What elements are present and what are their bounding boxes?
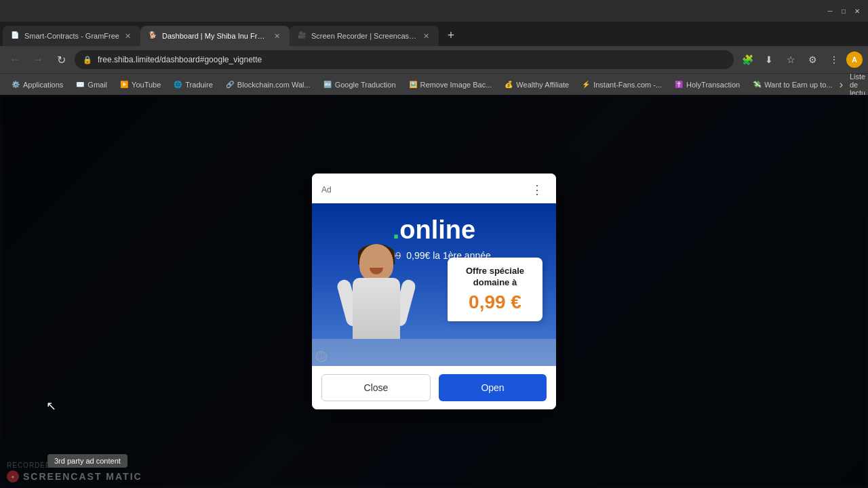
remove-bg-favicon: 🖼️ bbox=[408, 80, 418, 89]
ad-header: Ad ⋮ bbox=[312, 174, 556, 203]
bookmark-gmail[interactable]: ✉️ Gmail bbox=[70, 78, 113, 92]
tab1-favicon: 📄 bbox=[11, 31, 20, 41]
lock-icon: 🔒 bbox=[83, 56, 92, 64]
tab2-favicon: 🐕 bbox=[149, 31, 158, 41]
title-bar: ─ □ ✕ bbox=[0, 0, 868, 22]
bookmark-holy-label: HolyTransaction bbox=[686, 81, 740, 89]
wealthy-favicon: 💰 bbox=[504, 80, 513, 89]
bookmark-blockchain-label: Blockchain.com Wal... bbox=[237, 81, 311, 89]
bookmark-google-trad[interactable]: 🔤 Google Traduction bbox=[317, 78, 401, 92]
address-bar-row: ← → ↻ 🔒 free.shiba.limited/dashboard#goo… bbox=[0, 46, 868, 73]
applications-favicon: ⚙️ bbox=[11, 80, 20, 89]
bookmark-remove-bg-label: Remove Image Bac... bbox=[420, 81, 492, 89]
content-area: Ad ⋮ .online 28,99 0,99€ la 1ère année bbox=[0, 95, 868, 488]
tabs-bar: 📄 Smart-Contracts - GramFree ✕ 🐕 Dashboa… bbox=[0, 22, 868, 46]
bookmark-holy-transaction[interactable]: ✝️ HolyTransaction bbox=[669, 78, 745, 92]
bookmark-wealthy-affiliate[interactable]: 💰 Wealthy Affiliate bbox=[498, 78, 574, 92]
window-controls: ─ □ ✕ bbox=[825, 5, 863, 16]
tab-screencast[interactable]: 🎥 Screen Recorder | Screencast-O-... ✕ bbox=[290, 26, 439, 46]
google-trad-favicon: 🔤 bbox=[323, 80, 332, 89]
blockchain-favicon: 🔗 bbox=[225, 80, 235, 89]
download-icon[interactable]: ⬇ bbox=[760, 50, 778, 69]
bookmark-remove-bg[interactable]: 🖼️ Remove Image Bac... bbox=[403, 78, 498, 92]
bookmark-traduire-label: Traduire bbox=[185, 81, 213, 89]
tab1-title: Smart-Contracts - GramFree bbox=[24, 32, 119, 40]
favorites-icon[interactable]: ☆ bbox=[781, 50, 800, 69]
browser-frame: ─ □ ✕ 📄 Smart-Contracts - GramFree ✕ 🐕 D… bbox=[0, 0, 868, 488]
bookmark-youtube[interactable]: ▶️ YouTube bbox=[114, 78, 166, 92]
new-tab-button[interactable]: + bbox=[441, 26, 460, 45]
settings-icon[interactable]: ⚙ bbox=[803, 50, 822, 69]
ad-label: Ad bbox=[321, 185, 332, 195]
back-button[interactable]: ← bbox=[5, 50, 24, 69]
tab3-close[interactable]: ✕ bbox=[422, 30, 431, 42]
extensions-icon[interactable]: 🧩 bbox=[738, 50, 757, 69]
ad-menu-button[interactable]: ⋮ bbox=[528, 180, 547, 199]
person-head bbox=[359, 244, 393, 281]
bookmark-traduire[interactable]: 🌐 Traduire bbox=[167, 78, 218, 92]
bookmark-instant-fans[interactable]: ⚡ Instant-Fans.com -... bbox=[576, 78, 667, 92]
holy-favicon: ✝️ bbox=[674, 80, 684, 89]
bookmark-applications[interactable]: ⚙️ Applications bbox=[5, 78, 68, 92]
bookmark-want-earn-label: Want to Earn up to... bbox=[764, 81, 832, 89]
tab2-close[interactable]: ✕ bbox=[273, 30, 281, 42]
instant-fans-favicon: ⚡ bbox=[581, 80, 591, 89]
bookmark-wealthy-label: Wealthy Affiliate bbox=[516, 81, 569, 89]
bookmark-youtube-label: YouTube bbox=[132, 81, 161, 89]
reading-list-label: Liste de lectu... bbox=[850, 73, 868, 97]
gmail-favicon: ✉️ bbox=[75, 80, 85, 89]
youtube-favicon: ▶️ bbox=[119, 80, 129, 89]
ad-open-button[interactable]: Open bbox=[439, 374, 547, 401]
address-text: free.shiba.limited/dashboard#google_vign… bbox=[98, 55, 726, 64]
bookmark-blockchain[interactable]: 🔗 Blockchain.com Wal... bbox=[220, 78, 316, 92]
traduire-favicon: 🌐 bbox=[173, 80, 182, 89]
ad-special-offer-bubble: Offre spéciale domaine à 0,99 € bbox=[448, 258, 542, 321]
profile-avatar[interactable]: A bbox=[846, 52, 863, 68]
tab2-title: Dashboard | My Shiba Inu Free|F... bbox=[162, 32, 269, 40]
offer-title: Offre spéciale domaine à bbox=[458, 266, 532, 289]
ad-info-icon[interactable]: ⓘ bbox=[316, 351, 327, 362]
bookmark-gmail-label: Gmail bbox=[87, 81, 107, 89]
ad-dialog-buttons: Close Open bbox=[312, 366, 556, 409]
tab-dashboard[interactable]: 🐕 Dashboard | My Shiba Inu Free|F... ✕ bbox=[140, 26, 290, 46]
ad-overlay: Ad ⋮ .online 28,99 0,99€ la 1ère année bbox=[0, 95, 868, 488]
bookmarks-overflow-btn[interactable]: › bbox=[840, 77, 843, 93]
ad-dialog: Ad ⋮ .online 28,99 0,99€ la 1ère année bbox=[312, 174, 556, 409]
ad-banner: .online 28,99 0,99€ la 1ère année Offre … bbox=[312, 203, 556, 366]
ad-input-area bbox=[312, 339, 556, 366]
want-earn-favicon: 💸 bbox=[752, 80, 762, 89]
offer-price: 0,99 € bbox=[458, 291, 532, 313]
person-body bbox=[353, 278, 400, 339]
bookmarks-bar: ⚙️ Applications ✉️ Gmail ▶️ YouTube 🌐 Tr… bbox=[0, 73, 868, 95]
close-btn[interactable]: ✕ bbox=[852, 5, 863, 16]
toolbar-icons: 🧩 ⬇ ☆ ⚙ ⋮ A bbox=[738, 50, 863, 69]
minimize-btn[interactable]: ─ bbox=[825, 5, 835, 16]
address-bar[interactable]: 🔒 free.shiba.limited/dashboard#google_vi… bbox=[75, 50, 734, 69]
tab-smart-contracts[interactable]: 📄 Smart-Contracts - GramFree ✕ bbox=[3, 26, 140, 46]
more-icon[interactable]: ⋮ bbox=[825, 50, 844, 69]
ad-close-button[interactable]: Close bbox=[321, 374, 431, 401]
tab3-favicon: 🎥 bbox=[298, 31, 307, 41]
bookmark-google-trad-label: Google Traduction bbox=[335, 81, 396, 89]
bookmark-want-earn[interactable]: 💸 Want to Earn up to... bbox=[747, 78, 837, 92]
bookmark-instant-fans-label: Instant-Fans.com -... bbox=[593, 81, 662, 89]
maximize-btn[interactable]: □ bbox=[838, 5, 849, 16]
refresh-button[interactable]: ↻ bbox=[52, 50, 71, 69]
forward-button[interactable]: → bbox=[28, 50, 47, 69]
tab3-title: Screen Recorder | Screencast-O-... bbox=[311, 32, 418, 40]
bookmark-applications-label: Applications bbox=[23, 81, 63, 89]
tab1-close[interactable]: ✕ bbox=[123, 30, 132, 42]
